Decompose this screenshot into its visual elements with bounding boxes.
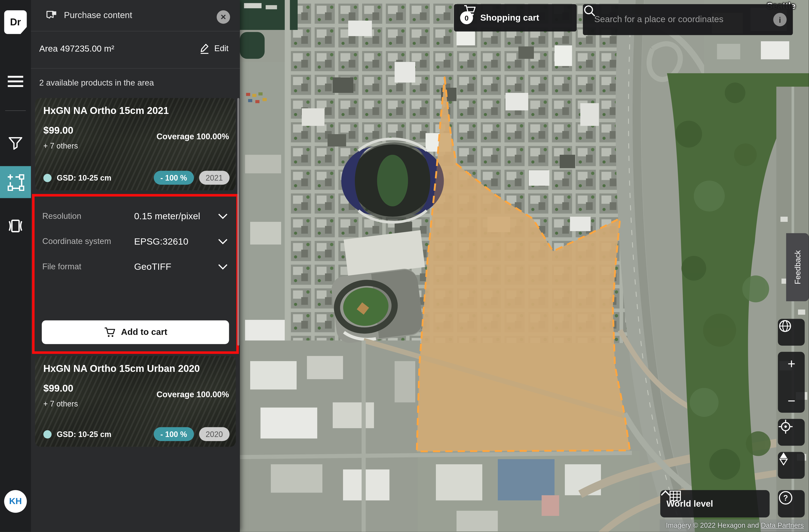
product-card-2020[interactable]: HxGN NA Ortho 15cm Urban 2020 $99.00 Cov… xyxy=(35,356,236,447)
panel-title: Purchase content xyxy=(64,10,133,21)
app-window: Seattle 0 Shopping cart i Feedback xyxy=(0,0,809,532)
tmobile-park-stadium xyxy=(330,267,424,344)
coordinate-system-row: Coordinate system EPSG:32610 xyxy=(42,233,229,250)
compare-tool-button[interactable] xyxy=(0,211,31,240)
discount-badge: - 100 % xyxy=(154,171,194,185)
search-icon[interactable] xyxy=(583,4,596,17)
compass-icon xyxy=(778,452,789,465)
product-card-2021[interactable]: HxGN NA Ortho 15cm 2021 $99.00 Coverage … xyxy=(35,98,236,190)
product-others: + 7 others xyxy=(44,141,78,150)
chevron-down-icon xyxy=(218,238,228,245)
draw-area-tool-button[interactable] xyxy=(0,166,31,198)
year-badge: 2020 xyxy=(199,427,229,441)
filter-icon xyxy=(8,137,22,150)
product-coverage: Coverage 100.00% xyxy=(156,390,229,399)
product-title: HxGN NA Ortho 15cm Urban 2020 xyxy=(44,363,200,375)
product-others: + 7 others xyxy=(44,399,78,408)
zoom-in-button[interactable]: + xyxy=(788,357,795,370)
add-to-cart-button[interactable]: Add to cart xyxy=(42,320,229,344)
filter-tool-button[interactable] xyxy=(0,129,31,158)
coordinate-system-dropdown[interactable] xyxy=(218,238,228,245)
help-icon: ? xyxy=(778,490,793,505)
product-price: $99.00 xyxy=(44,125,73,136)
edit-label: Edit xyxy=(214,44,228,53)
coordinate-system-value: EPSG:32610 xyxy=(134,236,188,247)
chevron-down-icon xyxy=(218,213,228,219)
add-to-cart-label: Add to cart xyxy=(121,327,167,338)
year-badge: 2021 xyxy=(199,171,229,185)
draw-area-icon xyxy=(7,173,24,191)
gsd-dot-icon xyxy=(44,174,52,182)
product-meta-row: GSD: 10-25 cm - 100 % 2021 xyxy=(44,171,229,185)
map-canvas[interactable]: Seattle 0 Shopping cart i Feedback xyxy=(240,0,809,532)
file-format-row: File format GeoTIFF xyxy=(42,258,229,275)
user-avatar[interactable]: KH xyxy=(4,490,27,513)
gsd-dot-icon xyxy=(44,430,52,438)
hamburger-icon xyxy=(8,75,23,88)
feedback-tab[interactable]: Feedback xyxy=(786,233,809,302)
left-icon-rail: Dr xyxy=(0,0,31,532)
area-row: Area 497235.00 m² Edit xyxy=(31,31,240,69)
cart-icon xyxy=(104,326,116,338)
edit-area-button[interactable]: Edit xyxy=(200,43,228,54)
area-value: Area 497235.00 m² xyxy=(39,44,114,54)
product-meta-row: GSD: 10-25 cm - 100 % 2020 xyxy=(44,427,229,441)
purchase-content-icon xyxy=(45,9,58,22)
product-options-highlight: Resolution 0.15 meter/pixel Coordinate s… xyxy=(32,194,239,354)
crosshair-icon xyxy=(778,419,793,434)
satellite-map-art xyxy=(240,0,809,532)
compass-button[interactable] xyxy=(778,452,805,479)
cart-button-label: Shopping cart xyxy=(480,13,539,23)
svg-text:?: ? xyxy=(784,494,788,502)
globe-icon xyxy=(778,319,792,333)
cart-icon xyxy=(463,4,477,17)
locate-me-button[interactable] xyxy=(778,419,805,446)
menu-button[interactable] xyxy=(0,67,31,96)
chevron-up-icon xyxy=(660,490,671,496)
shopping-cart-button[interactable]: 0 Shopping cart xyxy=(454,4,576,31)
resolution-value: 0.15 meter/pixel xyxy=(134,211,200,221)
product-price: $99.00 xyxy=(44,383,73,394)
file-format-label: File format xyxy=(42,262,81,271)
rail-divider xyxy=(5,110,26,111)
product-gsd: GSD: 10-25 cm xyxy=(57,173,111,182)
app-logo[interactable]: Dr xyxy=(4,10,27,34)
coordinate-system-label: Coordinate system xyxy=(42,237,111,246)
purchase-panel: Purchase content ✕ Area 497235.00 m² Edi… xyxy=(31,0,240,532)
compare-icon xyxy=(6,219,25,233)
search-bar: i xyxy=(583,4,793,35)
panel-scrollbar[interactable] xyxy=(237,98,239,346)
zoom-controls: + − xyxy=(778,352,805,413)
file-format-dropdown[interactable] xyxy=(218,263,228,270)
info-icon[interactable]: i xyxy=(773,13,787,26)
close-icon[interactable]: ✕ xyxy=(217,10,230,24)
zoom-out-button[interactable]: − xyxy=(788,394,795,408)
product-gsd: GSD: 10-25 cm xyxy=(57,430,111,439)
products-count: 2 available products in the area xyxy=(39,79,154,88)
globe-view-button[interactable] xyxy=(778,319,805,346)
resolution-row: Resolution 0.15 meter/pixel xyxy=(42,208,229,224)
pencil-icon xyxy=(200,43,210,54)
panel-header: Purchase content ✕ xyxy=(31,0,240,31)
copyright-text: Imagery © 2022 Hexagon and xyxy=(666,522,761,529)
file-format-value: GeoTIFF xyxy=(134,261,171,272)
product-title: HxGN NA Ortho 15cm 2021 xyxy=(44,105,169,117)
help-button[interactable]: ? xyxy=(778,490,805,517)
resolution-dropdown[interactable] xyxy=(218,213,228,219)
chevron-down-icon xyxy=(218,263,228,270)
resolution-label: Resolution xyxy=(42,211,81,221)
product-coverage: Coverage 100.00% xyxy=(156,132,229,141)
map-copyright: Imagery © 2022 Hexagon and Data Partners xyxy=(660,519,809,532)
search-input[interactable] xyxy=(593,14,773,25)
world-level-button[interactable]: World level xyxy=(660,490,770,517)
data-partners-link[interactable]: Data Partners xyxy=(761,522,804,529)
discount-badge: - 100 % xyxy=(154,427,194,441)
